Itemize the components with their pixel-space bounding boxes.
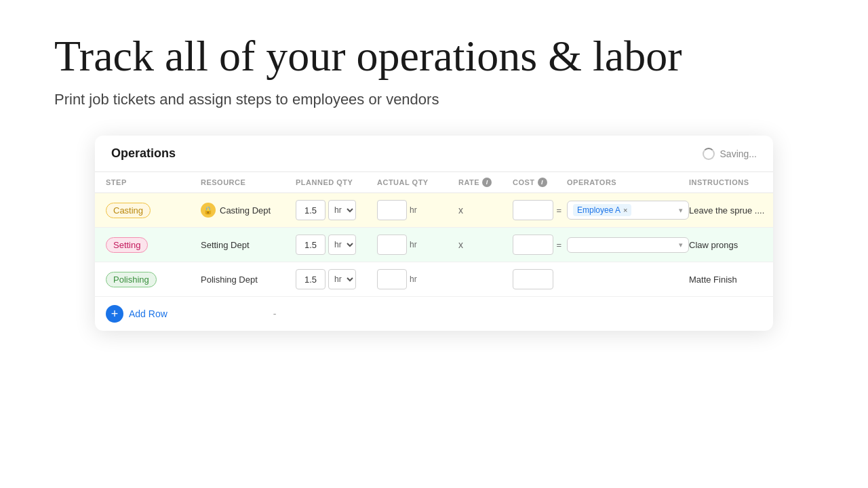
resource-label: Setting Dept xyxy=(201,240,250,250)
rate-cell: = xyxy=(513,200,567,220)
operator-tag: Employee A × xyxy=(573,204,631,216)
resource-cell: Setting Dept xyxy=(201,240,296,250)
hero-title: Track all of your operations & labor xyxy=(54,33,814,80)
operator-select-dropdown[interactable]: Employee A × ▾ xyxy=(567,201,689,220)
rate-input[interactable] xyxy=(513,235,553,255)
planned-unit-select[interactable]: hr xyxy=(328,200,356,220)
rate-input[interactable] xyxy=(513,200,553,220)
hero-subtitle: Print job tickets and assign steps to em… xyxy=(54,91,814,108)
col-rate: RATE i xyxy=(458,178,513,187)
add-row-button[interactable]: + Add Row xyxy=(106,305,167,323)
col-actual-qty: ACTUAL QTY xyxy=(377,178,458,187)
instructions-cell: Leave the sprue .... xyxy=(689,205,773,216)
planned-qty-input[interactable] xyxy=(296,200,326,220)
panel-title: Operations xyxy=(111,146,176,161)
col-instructions: INSTRUCTIONS xyxy=(689,178,773,187)
footer-dash: - xyxy=(273,308,277,319)
operator-remove-btn[interactable]: × xyxy=(623,206,627,214)
planned-qty-cell: hr xyxy=(296,200,377,220)
planned-qty-cell: hr xyxy=(296,235,377,255)
table-row: Casting 🔒 Casting Dept hr hr x = Employ xyxy=(95,193,773,228)
actual-unit-label: hr xyxy=(410,274,417,284)
col-resource: RESOURCE xyxy=(201,178,296,187)
planned-qty-cell: hr xyxy=(296,269,377,289)
step-cell: Casting xyxy=(106,203,201,218)
cost-info-icon: i xyxy=(538,178,547,187)
resource-icon: 🔒 xyxy=(201,203,216,218)
footer-row: + Add Row - xyxy=(95,297,773,331)
planned-unit-select[interactable]: hr xyxy=(328,235,356,255)
mult-cell: x xyxy=(458,239,513,251)
resource-label: Polishing Dept xyxy=(201,274,258,285)
actual-qty-cell: hr xyxy=(377,269,458,289)
step-cell: Setting xyxy=(106,237,201,253)
instructions-cell: Matte Finish xyxy=(689,274,773,285)
setting-badge[interactable]: Setting xyxy=(106,237,148,253)
actual-unit-label: hr xyxy=(410,205,417,215)
resource-cell: Polishing Dept xyxy=(201,274,296,285)
operators-cell: Employee A × ▾ xyxy=(567,201,689,220)
table-row: Setting Setting Dept hr hr x = ▾ Claw pr… xyxy=(95,228,773,262)
polishing-badge[interactable]: Polishing xyxy=(106,272,157,287)
col-operators: OPERATORS xyxy=(567,178,689,187)
saving-label: Saving... xyxy=(720,148,757,159)
add-row-label: Add Row xyxy=(129,308,167,319)
step-cell: Polishing xyxy=(106,272,201,287)
planned-unit-select[interactable]: hr xyxy=(328,269,356,289)
actual-qty-cell: hr xyxy=(377,200,458,220)
panel-header: Operations Saving... xyxy=(95,136,773,172)
operator-chevron-icon[interactable]: ▾ xyxy=(679,206,683,215)
operator-chevron-icon[interactable]: ▾ xyxy=(679,241,683,249)
resource-label: Casting Dept xyxy=(220,205,271,216)
operator-select-dropdown[interactable]: ▾ xyxy=(567,237,689,253)
operators-cell: ▾ xyxy=(567,237,689,253)
rate-cell xyxy=(513,269,567,289)
casting-badge[interactable]: Casting xyxy=(106,203,151,218)
table-row: Polishing Polishing Dept hr hr Matte Fin… xyxy=(95,262,773,297)
planned-qty-input[interactable] xyxy=(296,235,326,255)
col-cost: COST i xyxy=(513,178,567,187)
actual-qty-input[interactable] xyxy=(377,235,407,255)
operator-name: Employee A xyxy=(577,205,620,215)
resource-cell: 🔒 Casting Dept xyxy=(201,203,296,218)
col-step: STEP xyxy=(106,178,201,187)
add-row-icon: + xyxy=(106,305,123,323)
instructions-cell: Claw prongs xyxy=(689,240,773,250)
col-planned-qty: PLANNED QTY xyxy=(296,178,377,187)
actual-qty-cell: hr xyxy=(377,235,458,255)
actual-qty-input[interactable] xyxy=(377,269,407,289)
actual-qty-input[interactable] xyxy=(377,200,407,220)
rate-cell: = xyxy=(513,235,567,255)
hero-section: Track all of your operations & labor Pri… xyxy=(0,0,868,130)
saving-indicator: Saving... xyxy=(703,148,757,160)
planned-qty-input[interactable] xyxy=(296,269,326,289)
mult-cell: x xyxy=(458,204,513,216)
rate-input[interactable] xyxy=(513,269,553,289)
table-header: STEP RESOURCE PLANNED QTY ACTUAL QTY RAT… xyxy=(95,172,773,193)
actual-unit-label: hr xyxy=(410,240,417,249)
operations-panel: Operations Saving... STEP RESOURCE PLANN… xyxy=(95,136,773,331)
saving-spinner xyxy=(703,148,715,160)
rate-info-icon: i xyxy=(482,178,492,187)
